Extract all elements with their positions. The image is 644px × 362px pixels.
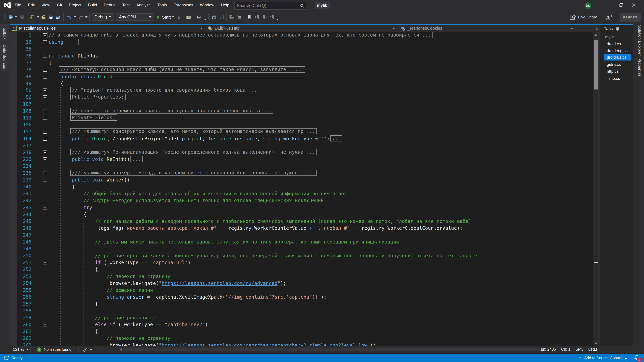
scrollbar-thumb[interactable] xyxy=(594,40,598,89)
fold-expand-icon[interactable]: + xyxy=(43,130,47,134)
code-line-48[interactable]: 48−public class Droid xyxy=(10,73,593,80)
new-file-dropdown-icon[interactable] xyxy=(37,16,40,18)
find-in-files-icon[interactable] xyxy=(186,14,192,19)
code-line-156[interactable]: 156 xyxy=(10,121,593,128)
notifications-button[interactable]: 2 xyxy=(634,355,640,361)
browser-preview-icon[interactable] xyxy=(196,14,202,19)
start-button-label[interactable]: Start xyxy=(162,14,171,19)
code-cleanup-dropdown-icon[interactable] xyxy=(90,349,92,350)
scrollbar-down-arrow-icon[interactable] xyxy=(594,343,598,345)
undo-dropdown-icon[interactable] xyxy=(74,16,76,18)
code-line-56[interactable]: 56+Public Properties; xyxy=(10,94,593,101)
menu-item-git[interactable]: Git xyxy=(54,0,66,10)
code-line-235[interactable]: 235+/// <summary> воркер - метод, в кото… xyxy=(10,170,593,176)
menu-item-file[interactable]: File xyxy=(12,0,25,10)
menu-item-project[interactable]: Project xyxy=(66,0,85,10)
select-element-icon[interactable] xyxy=(212,14,217,19)
menu-item-tools[interactable]: Tools xyxy=(154,0,170,10)
code-line-243[interactable]: 243−try xyxy=(10,204,593,211)
open-file-tab-Tmp.cs[interactable]: Tmp.cs xyxy=(600,75,634,82)
fold-expand-icon[interactable]: + xyxy=(43,150,47,154)
fold-expand-icon[interactable]: + xyxy=(43,157,47,161)
live-share-icon[interactable] xyxy=(569,14,576,20)
scrollbar-up-arrow-icon[interactable] xyxy=(594,34,598,36)
issues-status-icon[interactable] xyxy=(37,347,42,352)
new-file-icon[interactable] xyxy=(30,14,35,20)
toolbar-grip-2[interactable] xyxy=(208,14,210,20)
solution-configuration-dropdown[interactable]: Debug xyxy=(92,13,114,21)
code-line-223[interactable]: 223+public void ReInit()... xyxy=(10,156,593,163)
open-file-tab-droideng.cs[interactable]: droideng.cs xyxy=(600,47,634,54)
code-line-108[interactable]: 108+// поле - это переменная класса, дос… xyxy=(10,108,593,114)
editor-horizontal-scrollbar[interactable] xyxy=(119,348,545,352)
code-line-234[interactable]: 234 xyxy=(10,163,593,170)
fold-expand-icon[interactable]: + xyxy=(43,95,47,99)
redo-icon[interactable] xyxy=(78,14,84,19)
code-line-253[interactable]: 253// переход на страницу xyxy=(10,273,593,280)
open-folder-icon[interactable] xyxy=(41,14,46,20)
code-line-249[interactable]: 249 xyxy=(10,245,593,252)
start-dropdown-icon[interactable] xyxy=(172,16,174,18)
sidebar-tab-toolbox[interactable]: Toolbox xyxy=(0,24,9,41)
fold-collapse-icon[interactable]: − xyxy=(43,178,47,182)
toolbar-grip[interactable] xyxy=(4,14,6,20)
code-line-1[interactable]: 1+// в самом начале либы в классе дроид … xyxy=(10,32,593,39)
nav-type-dropdown[interactable]: DLibRus.Http xyxy=(206,25,398,32)
code-cleanup-icon[interactable] xyxy=(82,347,88,352)
fold-expand-icon[interactable]: + xyxy=(43,171,47,175)
code-line-257[interactable]: 257} xyxy=(10,301,593,307)
code-line-241[interactable]: 241// общий блок трай-кетч для отлова об… xyxy=(10,190,593,197)
fold-collapse-icon[interactable]: − xyxy=(43,206,47,210)
code-line-49[interactable]: 49{ xyxy=(10,80,593,87)
code-editor[interactable]: 1+// в самом начале либы в классе дроид … xyxy=(10,32,593,347)
code-line-242[interactable]: 242// внутри методов используется трай-к… xyxy=(10,197,593,204)
open-file-tab-droidrus.cs[interactable]: droidrus.cs xyxy=(604,54,631,60)
fold-expand-icon[interactable]: + xyxy=(43,109,47,113)
code-line-112[interactable]: 112+Private Fields; xyxy=(10,114,593,121)
code-line-262[interactable]: 262// переход на страницу xyxy=(10,335,593,342)
menu-item-analyze[interactable]: Analyze xyxy=(133,0,154,10)
status-column-number[interactable]: Ch: 1 xyxy=(561,347,570,352)
previous-bookmark-icon[interactable] xyxy=(254,15,260,19)
code-line-256[interactable]: 256string answer = _captcha.XevilImageXp… xyxy=(10,294,593,301)
code-line-260[interactable]: 260−else if (_workerType == "captcha-rev… xyxy=(10,321,593,328)
menu-item-debug[interactable]: Debug xyxy=(100,0,119,10)
nav-project-dropdown[interactable]: C# Miscellaneous Files xyxy=(10,25,205,32)
code-line-263[interactable]: 263_browser.Navigate("https://lessons.ze… xyxy=(10,342,593,347)
fold-collapse-icon[interactable]: − xyxy=(43,323,47,327)
save-icon[interactable] xyxy=(49,15,53,19)
code-line-157[interactable]: 157+/// <summary> конструктор класса, эт… xyxy=(10,128,593,135)
code-line-258[interactable]: 258 xyxy=(10,307,593,314)
menu-item-extensions[interactable]: Extensions xyxy=(170,0,196,10)
code-line-50[interactable]: 50+// "region" используется просто для с… xyxy=(10,87,593,94)
code-line-246[interactable]: 246_logs.Msg("начало работы воркера, лок… xyxy=(10,225,593,232)
close-button[interactable] xyxy=(628,0,640,10)
code-line-38[interactable]: 38+/// <summary> основной класс либы (ес… xyxy=(10,66,593,73)
format-document-icon[interactable] xyxy=(229,14,234,19)
open-file-tab-droid.cs[interactable]: droid.cs xyxy=(600,40,634,47)
live-share-button[interactable]: Live Share xyxy=(578,15,598,19)
fold-expand-icon[interactable]: + xyxy=(43,40,47,44)
redo-dropdown-icon[interactable] xyxy=(85,16,88,18)
fold-expand-icon[interactable]: + xyxy=(43,137,47,141)
open-file-tab-gidra.cs[interactable]: gidra.cs xyxy=(600,61,634,68)
fold-expand-icon[interactable]: + xyxy=(43,33,47,37)
format-selection-icon[interactable] xyxy=(236,14,241,19)
sidebar-tab-properties[interactable]: Properties xyxy=(637,58,642,77)
maximize-button[interactable] xyxy=(615,0,627,10)
code-line-37[interactable]: 37{ xyxy=(10,59,593,66)
status-line-ending[interactable]: CRLF xyxy=(588,347,598,352)
status-indentation-mode[interactable]: SPC xyxy=(576,347,584,352)
menu-item-help[interactable]: Help xyxy=(218,0,232,10)
document-well-split-icon[interactable] xyxy=(594,26,600,31)
copy-structure-icon[interactable] xyxy=(219,14,224,19)
menu-item-test[interactable]: Test xyxy=(119,0,133,10)
start-debug-icon[interactable] xyxy=(156,15,160,19)
sidebar-tab-data-sources[interactable]: Data Sources xyxy=(0,43,9,71)
fold-collapse-icon[interactable]: − xyxy=(43,75,47,79)
browser-preview-dropdown-icon[interactable] xyxy=(204,19,206,20)
code-line-244[interactable]: 244{ xyxy=(10,211,593,218)
code-line-16[interactable]: 16+using ... xyxy=(10,39,593,45)
next-bookmark-icon[interactable] xyxy=(262,15,267,19)
push-arrow-icon[interactable] xyxy=(578,356,582,361)
